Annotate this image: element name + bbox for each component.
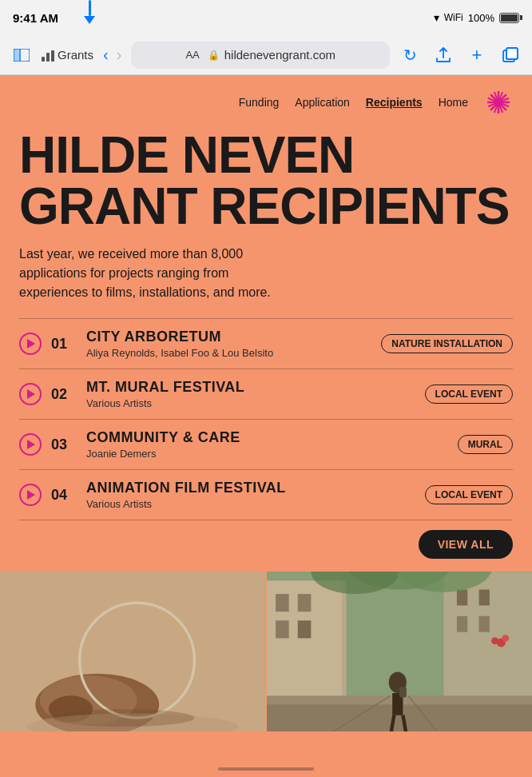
status-indicators: ▾ WiFi 100% [434,11,519,24]
arrow-indicator [84,0,95,24]
back-button[interactable]: ‹ [100,42,112,67]
battery-percentage: 100% [468,12,494,24]
svg-rect-4 [506,48,518,59]
svg-rect-27 [276,620,289,638]
battery-icon [499,13,519,23]
grant-item-3: 03 COMMUNITY & CARE Joanie Demers MURAL [19,419,513,469]
url-bar[interactable]: AA 🔒 hildenevengrant.com [131,42,390,69]
hero-subtitle: Last year, we received more than 8,000 a… [19,245,291,302]
bar-chart-icon [42,49,54,62]
hero-section: HILDE NEVEN GRANT RECIPIENTS Last year, … [0,123,532,318]
home-indicator [218,767,314,771]
sidebar-button[interactable] [8,42,35,69]
nav-arrows: ‹ › [100,42,125,67]
status-bar: 9:41 AM ▾ WiFi 100% [0,0,532,35]
view-all-button[interactable]: VIEW ALL [419,530,513,559]
grant-info-3: COMMUNITY & CARE Joanie Demers [86,429,448,460]
grant-item-2: 02 MT. MURAL FESTIVAL Various Artists LO… [19,369,513,419]
reload-button[interactable]: ↻ [396,42,423,69]
nav-home[interactable]: Home [439,96,468,109]
grant-tag-2: LOCAL EVENT [425,385,513,404]
svg-rect-28 [298,620,312,638]
svg-rect-26 [298,594,312,612]
grant-info-2: MT. MURAL FESTIVAL Various Artists [86,379,415,409]
play-button-1[interactable] [19,333,42,355]
svg-point-21 [53,709,194,727]
hero-title: HILDE NEVEN GRANT RECIPIENTS [19,130,513,232]
grant-artists-2: Various Artists [86,397,415,409]
svg-rect-25 [276,594,289,612]
play-button-3[interactable] [19,433,42,456]
grants-button[interactable]: Grants [42,48,93,62]
grant-artists-3: Joanie Demers [86,448,448,460]
grants-label: Grants [58,48,93,62]
add-button[interactable]: + [463,42,490,69]
grant-tag-1: NATURE INSTALLATION [381,334,513,353]
svg-rect-33 [479,616,490,632]
play-button-4[interactable] [19,484,42,506]
browser-toolbar: Grants ‹ › AA 🔒 hildenevengrant.com ↻ + [0,35,532,75]
grant-name-4: ANIMATION FILM FESTIVAL [86,480,415,496]
url-text: hildenevengrant.com [224,48,335,62]
aa-button[interactable]: AA [185,49,199,61]
grant-name-1: CITY ARBORETUM [86,329,371,345]
wifi-label: WiFi [444,12,463,23]
website-content: Funding Application Recipients Home [0,75,532,777]
nav-recipients[interactable]: Recipients [366,96,423,109]
status-time: 9:41 AM [13,11,58,25]
share-button[interactable] [430,42,457,69]
grant-tag-3: MURAL [458,435,513,454]
starburst-logo [484,88,513,117]
svg-rect-0 [14,49,19,62]
grant-number-2: 02 [51,386,77,403]
grant-number-3: 03 [51,436,77,453]
image-sculpture [0,572,265,731]
grant-tag-4: LOCAL EVENT [425,485,513,504]
view-all-row: VIEW ALL [0,520,532,572]
svg-rect-31 [479,590,490,606]
svg-rect-30 [457,590,467,606]
svg-point-44 [502,635,509,642]
tabs-button[interactable] [497,42,524,69]
grant-name-3: COMMUNITY & CARE [86,429,448,446]
nav-funding[interactable]: Funding [239,96,280,109]
grant-info-4: ANIMATION FILM FESTIVAL Various Artists [86,480,415,510]
grant-number-1: 01 [51,336,77,353]
grant-artists-1: Aliya Reynolds, Isabel Foo & Lou Belsito [86,347,371,359]
svg-point-45 [491,637,498,644]
svg-rect-32 [457,616,467,632]
grant-artists-4: Various Artists [86,498,415,510]
grant-info-1: CITY ARBORETUM Aliya Reynolds, Isabel Fo… [86,329,371,359]
grant-name-2: MT. MURAL FESTIVAL [86,379,415,396]
lock-icon: 🔒 [208,50,220,61]
grants-list: 01 CITY ARBORETUM Aliya Reynolds, Isabel… [0,318,532,520]
grant-number-4: 04 [51,487,77,504]
bottom-images [0,572,532,731]
grant-item-4: 04 ANIMATION FILM FESTIVAL Various Artis… [19,469,513,520]
svg-rect-40 [399,687,407,697]
site-nav: Funding Application Recipients Home [0,75,532,123]
image-street [265,572,532,731]
svg-point-14 [496,100,501,105]
play-button-2[interactable] [19,383,42,405]
wifi-icon: ▾ [434,11,439,24]
grant-item-1: 01 CITY ARBORETUM Aliya Reynolds, Isabel… [19,318,513,369]
forward-button[interactable]: › [113,42,125,67]
nav-application[interactable]: Application [295,96,350,109]
